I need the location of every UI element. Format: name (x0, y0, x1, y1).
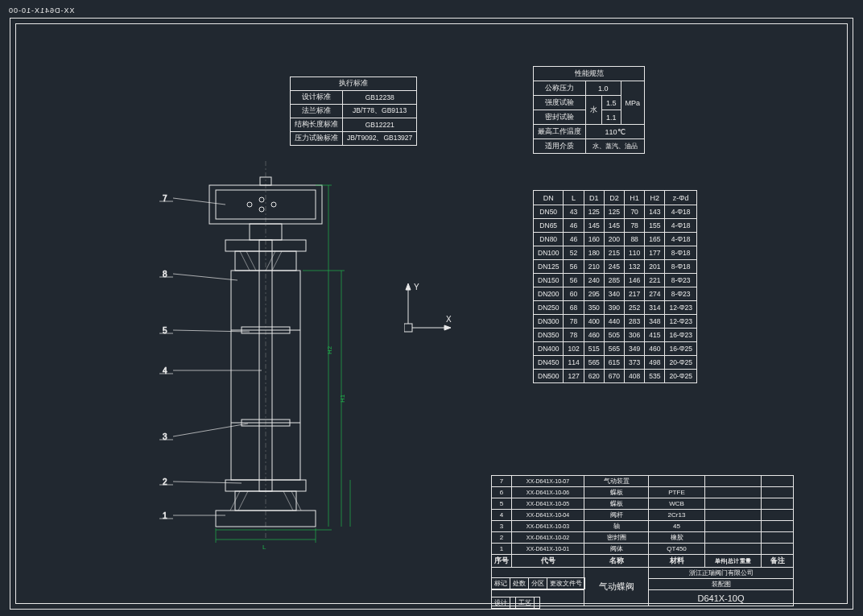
svg-point-11 (259, 197, 264, 202)
svg-line-19 (246, 251, 256, 271)
svg-point-12 (271, 202, 276, 207)
drawing-number: D641X-10Q (649, 590, 794, 606)
title-block: 7XX-D641X-10-07气动装置6XX-D641X-10-06蝶板PTFE… (491, 475, 794, 606)
drawing-tab: XX-D641X-10-00 (8, 6, 75, 14)
execution-standards-table: 执行标准 设计标准GB12238 法兰标准JB/T78、GB9113 结构长度标… (290, 76, 417, 146)
drawing-title: 气动蝶阀 (584, 568, 649, 606)
svg-line-35 (173, 198, 225, 205)
svg-text:L: L (262, 544, 266, 551)
svg-line-21 (266, 251, 275, 271)
svg-point-10 (247, 202, 252, 207)
svg-line-33 (283, 491, 293, 511)
svg-text:7: 7 (163, 194, 167, 203)
dimension-table: DNLD1D2H1H2z-Φd DN5043125125701434-Φ18DN… (533, 190, 697, 383)
svg-line-32 (238, 491, 248, 511)
valve-drawing: 7 8 5 4 3 2 1 H2 H1 L (145, 161, 451, 564)
exec-std-title: 执行标准 (291, 77, 417, 91)
svg-line-45 (173, 482, 242, 483)
svg-text:H1: H1 (339, 394, 346, 403)
svg-text:8: 8 (163, 270, 167, 279)
svg-point-13 (259, 207, 264, 212)
svg-line-20 (272, 251, 282, 271)
svg-text:5: 5 (163, 326, 167, 335)
svg-line-43 (173, 424, 248, 436)
svg-line-37 (173, 274, 237, 280)
svg-text:H2: H2 (326, 345, 333, 354)
svg-line-18 (240, 251, 250, 271)
company-name: 浙江正瑞阀门有限公司 (649, 568, 794, 579)
performance-spec-table: 性能规范 公称压力 1.0 MPa 强度试验 水 1.5 密封试验 1.1 最高… (533, 66, 645, 154)
